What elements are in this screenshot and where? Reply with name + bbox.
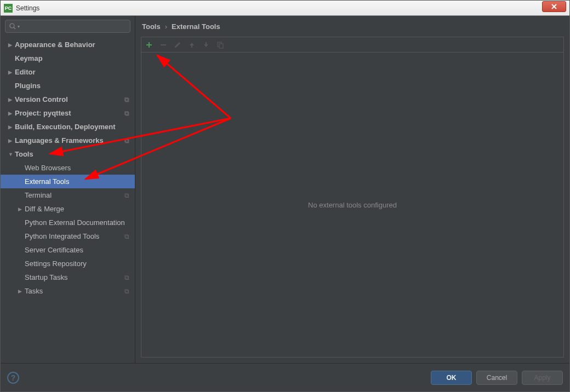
search-icon [9,22,16,30]
chevron-right-icon: ▶ [8,70,15,75]
tree-item-terminal[interactable]: Terminal⧉ [1,188,135,202]
tree-item-tasks[interactable]: ▶Tasks⧉ [1,284,135,298]
help-button[interactable]: ? [7,372,19,384]
search-input[interactable]: ▾ [5,20,130,33]
tree-item-python-external-documentation[interactable]: Python External Documentation [1,216,135,229]
close-icon [551,3,557,10]
tree-item-keymap[interactable]: Keymap [1,51,135,65]
svg-rect-3 [219,44,223,48]
chevron-right-icon: ▶ [8,42,15,48]
project-storage-icon: ⧉ [124,109,129,117]
project-storage-icon: ⧉ [124,96,129,103]
tree-item-label: External Tools [25,177,69,186]
tree-item-label: Appearance & Behavior [15,41,95,49]
tree-item-project-pyqttest[interactable]: ▶Project: pyqttest⧉ [1,106,135,120]
external-tools-panel: No external tools configured [141,52,564,358]
tree-item-appearance-behavior[interactable]: ▶Appearance & Behavior [1,38,135,51]
cancel-button[interactable]: Cancel [476,371,517,385]
tree-item-label: Languages & Frameworks [15,136,104,145]
move-down-button[interactable] [202,41,210,49]
tree-item-label: Terminal [25,191,52,199]
add-button[interactable] [145,41,153,49]
empty-state-text: No external tools configured [308,201,397,209]
tree-item-label: Editor [15,68,36,76]
content-area: ▾ ▶Appearance & BehaviorKeymap▶EditorPlu… [1,16,569,363]
tree-item-label: Startup Tasks [25,273,68,281]
arrow-down-icon [202,41,210,49]
apply-button[interactable]: Apply [522,371,563,385]
move-up-button[interactable] [187,41,196,49]
tree-item-version-control[interactable]: ▶Version Control⧉ [1,93,135,106]
svg-line-1 [14,27,15,29]
app-icon: PC [4,4,13,13]
chevron-down-icon: ▾ [18,24,20,29]
tree-item-external-tools[interactable]: External Tools [1,175,135,188]
window-title: Settings [16,4,39,12]
svg-point-0 [10,24,14,28]
copy-icon [216,41,224,49]
ok-button[interactable]: OK [431,371,472,385]
project-storage-icon: ⧉ [124,287,129,295]
pencil-icon [174,41,181,49]
breadcrumb-leaf: External Tools [172,22,220,31]
tree-item-startup-tasks[interactable]: Startup Tasks⧉ [1,270,135,284]
chevron-right-icon: ▶ [18,206,25,212]
chevron-right-icon: ▶ [8,124,15,130]
minus-icon [159,41,167,49]
tree-item-diff-merge[interactable]: ▶Diff & Merge [1,202,135,216]
tree-item-label: Tools [15,150,33,158]
remove-button[interactable] [159,41,168,49]
tree-item-settings-repository[interactable]: Settings Repository [1,257,135,270]
arrow-up-icon [188,41,196,49]
chevron-right-icon: ▶ [8,111,15,116]
tree-item-label: Project: pyqttest [15,109,71,117]
dialog-footer: ? OK Cancel Apply [1,363,569,391]
tree-item-label: Keymap [15,54,43,62]
plus-icon [145,41,153,49]
window-close-button[interactable] [542,1,566,12]
project-storage-icon: ⧉ [124,233,129,240]
settings-tree[interactable]: ▶Appearance & BehaviorKeymap▶EditorPlugi… [1,37,135,363]
breadcrumb-separator: › [165,22,167,31]
tree-item-label: Python Integrated Tools [25,232,99,240]
settings-sidebar: ▾ ▶Appearance & BehaviorKeymap▶EditorPlu… [1,16,135,363]
tree-item-web-browsers[interactable]: Web Browsers [1,161,135,175]
tree-item-label: Web Browsers [25,164,71,172]
tree-item-server-certificates[interactable]: Server Certificates [1,243,135,257]
tree-item-build-execution-deployment[interactable]: ▶Build, Execution, Deployment [1,120,135,134]
tree-item-label: Python External Documentation [25,218,125,227]
tree-item-label: Diff & Merge [25,205,64,213]
project-storage-icon: ⧉ [124,137,129,145]
project-storage-icon: ⧉ [124,192,129,199]
tree-item-tools[interactable]: ▼Tools [1,147,135,161]
chevron-right-icon: ▶ [18,289,25,294]
tree-item-label: Version Control [15,95,68,103]
chevron-right-icon: ▶ [8,97,15,102]
titlebar: PC Settings [1,1,569,16]
tree-item-plugins[interactable]: Plugins [1,79,135,93]
project-storage-icon: ⧉ [124,274,129,281]
tree-item-python-integrated-tools[interactable]: Python Integrated Tools⧉ [1,229,135,243]
breadcrumb-root[interactable]: Tools [142,22,161,31]
main-panel: Tools › External Tools N [135,16,569,363]
chevron-down-icon: ▼ [8,152,15,157]
tools-toolbar [141,37,564,52]
copy-button[interactable] [216,41,225,49]
tree-item-editor[interactable]: ▶Editor [1,65,135,79]
edit-button[interactable] [173,41,182,49]
tree-item-label: Settings Repository [25,260,87,268]
tree-item-languages-frameworks[interactable]: ▶Languages & Frameworks⧉ [1,134,135,147]
chevron-right-icon: ▶ [8,138,15,143]
tree-item-label: Tasks [25,287,43,295]
tree-item-label: Server Certificates [25,246,83,254]
tree-item-label: Plugins [15,82,41,90]
breadcrumb: Tools › External Tools [135,16,569,37]
tree-item-label: Build, Execution, Deployment [15,123,115,131]
